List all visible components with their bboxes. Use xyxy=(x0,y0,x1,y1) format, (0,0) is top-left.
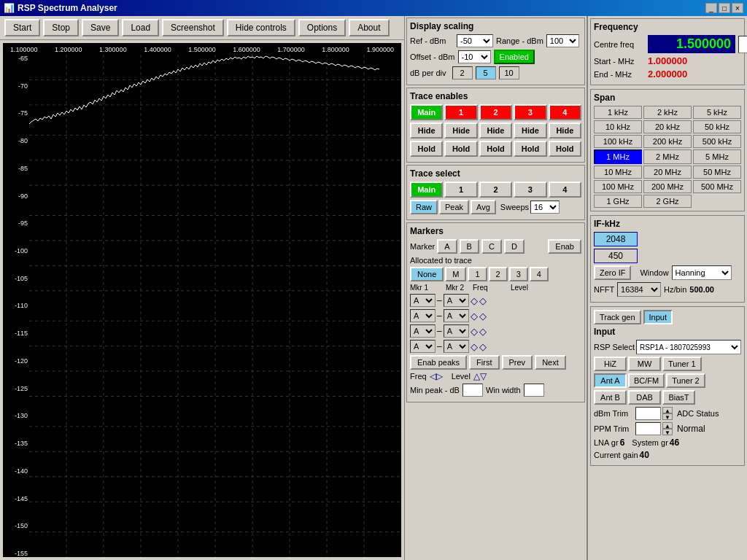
mkr2-row4-select[interactable]: ABCD xyxy=(444,340,469,353)
input-button[interactable]: Input xyxy=(643,310,673,324)
prev-button[interactable]: Prev xyxy=(502,355,533,370)
nfft-select[interactable]: 1638481924096 xyxy=(617,282,661,297)
mkr2-row2-select[interactable]: ABCD xyxy=(444,309,469,322)
hold-4-button[interactable]: Hold xyxy=(549,141,581,157)
hide-main-button[interactable]: Hide xyxy=(410,122,443,139)
enab-button[interactable]: Enab xyxy=(548,239,581,254)
first-button[interactable]: First xyxy=(469,355,499,370)
alloc-2-button[interactable]: 2 xyxy=(489,267,508,281)
db-2-button[interactable]: 2 xyxy=(452,66,473,79)
about-button[interactable]: About xyxy=(349,19,389,36)
avg-button[interactable]: Avg xyxy=(471,200,496,214)
sel-3-button[interactable]: 3 xyxy=(514,182,546,198)
minimize-button[interactable]: _ xyxy=(705,3,717,13)
alloc-none-button[interactable]: None xyxy=(410,267,444,281)
span-500mhz[interactable]: 500 MHz xyxy=(693,180,741,193)
db-10-button[interactable]: 10 xyxy=(499,66,519,79)
centre-freq-display[interactable]: 1.500000 xyxy=(648,35,735,53)
span-500khz[interactable]: 500 kHz xyxy=(693,135,741,148)
tuner1-button[interactable]: Tuner 1 xyxy=(662,357,702,371)
trace-2-button[interactable]: 2 xyxy=(479,104,512,120)
hiz-button[interactable]: HiZ xyxy=(594,357,627,371)
marker-c-button[interactable]: C xyxy=(481,239,502,254)
if-2048-button[interactable]: 2048 xyxy=(594,232,638,246)
dbm-down-button[interactable]: ▼ xyxy=(662,413,673,420)
marker-b-button[interactable]: B xyxy=(460,239,479,254)
load-button[interactable]: Load xyxy=(122,19,159,36)
sel-4-button[interactable]: 4 xyxy=(549,182,581,198)
ant-b-button[interactable]: Ant B xyxy=(594,390,627,405)
ppm-trim-input[interactable]: 0.0 xyxy=(635,422,661,435)
alloc-m-button[interactable]: M xyxy=(445,267,466,281)
span-10mhz[interactable]: 10 MHz xyxy=(594,166,642,179)
if-450-button[interactable]: 450 xyxy=(594,249,638,263)
sel-2-button[interactable]: 2 xyxy=(479,182,512,198)
bias-t-button[interactable]: BiasT xyxy=(662,390,695,405)
range-select[interactable]: 1008060 xyxy=(546,34,579,47)
span-2mhz[interactable]: 2 MHz xyxy=(643,149,692,164)
alloc-1-button[interactable]: 1 xyxy=(468,267,487,281)
span-100khz[interactable]: 100 kHz xyxy=(594,135,642,148)
dab-button[interactable]: DAB xyxy=(628,390,661,405)
centre-freq-input[interactable] xyxy=(738,36,747,53)
close-button[interactable]: × xyxy=(732,3,743,13)
span-1khz[interactable]: 1 kHz xyxy=(594,106,642,119)
span-100mhz[interactable]: 100 MHz xyxy=(594,180,642,193)
ppm-down-button[interactable]: ▼ xyxy=(662,429,673,435)
next-button[interactable]: Next xyxy=(535,355,566,370)
trace-1-button[interactable]: 1 xyxy=(444,104,477,120)
trace-4-button[interactable]: 4 xyxy=(549,104,581,120)
span-50mhz[interactable]: 50 MHz xyxy=(693,166,741,179)
span-2ghz[interactable]: 2 GHz xyxy=(643,195,692,208)
mkr1-row1-select[interactable]: ABCD xyxy=(410,294,436,307)
mkr2-row1-select[interactable]: ABCD xyxy=(444,294,469,307)
sweeps-select[interactable]: 16832 xyxy=(530,201,560,214)
track-gen-button[interactable]: Track gen xyxy=(594,310,641,324)
span-20mhz[interactable]: 20 MHz xyxy=(643,166,692,179)
tuner2-button[interactable]: Tuner 2 xyxy=(666,373,705,388)
hide-3-button[interactable]: Hide xyxy=(514,122,546,139)
window-select[interactable]: HanningHammingBlackmanRectangular xyxy=(672,265,732,280)
save-button[interactable]: Save xyxy=(82,19,119,36)
span-10khz[interactable]: 10 kHz xyxy=(594,120,642,133)
marker-a-button[interactable]: A xyxy=(437,239,457,254)
trace-3-button[interactable]: 3 xyxy=(514,104,546,120)
hold-main-button[interactable]: Hold xyxy=(410,141,443,157)
min-peak-input[interactable]: 10 xyxy=(462,384,483,397)
hide-1-button[interactable]: Hide xyxy=(444,122,477,139)
offset-select[interactable]: -100-20 xyxy=(458,50,491,63)
raw-button[interactable]: Raw xyxy=(410,200,438,214)
ref-select[interactable]: -50-40-30 xyxy=(457,34,493,47)
hide-2-button[interactable]: Hide xyxy=(479,122,512,139)
win-width-input[interactable]: 10 xyxy=(524,384,544,397)
rsp-select[interactable]: RSP1A - 1807025993 xyxy=(636,340,741,354)
hold-1-button[interactable]: Hold xyxy=(444,141,477,157)
marker-d-button[interactable]: D xyxy=(504,239,525,254)
hide-controls-button[interactable]: Hide controls xyxy=(227,19,295,36)
alloc-4-button[interactable]: 4 xyxy=(530,267,549,281)
span-200mhz[interactable]: 200 MHz xyxy=(643,180,692,193)
peak-button[interactable]: Peak xyxy=(439,200,469,214)
mkr2-row3-select[interactable]: ABCD xyxy=(444,324,469,338)
span-5mhz[interactable]: 5 MHz xyxy=(693,149,741,164)
start-button[interactable]: Start xyxy=(4,19,40,36)
mkr1-row4-select[interactable]: ABCD xyxy=(410,340,436,353)
db-5-button[interactable]: 5 xyxy=(476,66,496,79)
ant-a-button[interactable]: Ant A xyxy=(594,373,627,388)
span-200khz[interactable]: 200 kHz xyxy=(643,135,692,148)
enabled-button[interactable]: Enabled xyxy=(494,50,535,64)
stop-button[interactable]: Stop xyxy=(43,19,79,36)
zero-if-button[interactable]: Zero IF xyxy=(594,265,631,280)
enab-peaks-button[interactable]: Enab peaks xyxy=(410,355,467,370)
hide-4-button[interactable]: Hide xyxy=(549,122,581,139)
sel-1-button[interactable]: 1 xyxy=(444,182,477,198)
options-button[interactable]: Options xyxy=(298,19,346,36)
span-1mhz[interactable]: 1 MHz xyxy=(594,149,642,164)
dbm-trim-input[interactable]: 0.0 xyxy=(635,407,661,420)
span-50khz[interactable]: 50 kHz xyxy=(693,120,741,133)
span-2khz[interactable]: 2 kHz xyxy=(643,106,692,119)
ppm-up-button[interactable]: ▲ xyxy=(662,422,673,429)
bc-fm-button[interactable]: BC/FM xyxy=(628,373,665,388)
dbm-up-button[interactable]: ▲ xyxy=(662,407,673,413)
screenshot-button[interactable]: Screenshot xyxy=(162,19,224,36)
